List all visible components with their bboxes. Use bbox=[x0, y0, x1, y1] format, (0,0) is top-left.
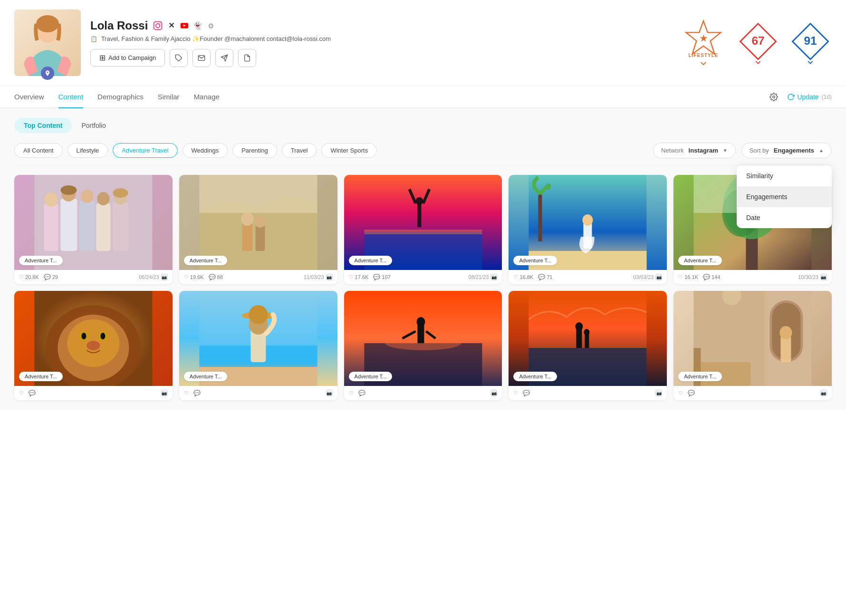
content-area: Top Content Portfolio All Content Lifest… bbox=[0, 108, 846, 410]
instagram-social-icon[interactable] bbox=[153, 20, 163, 31]
svg-point-2 bbox=[36, 15, 59, 32]
cat-winter-sports[interactable]: Winter Sports bbox=[321, 143, 377, 158]
image-card-8[interactable]: Adventure T... ♡ 💬 📷 bbox=[344, 291, 502, 400]
tiktok-social-icon[interactable]: ⊙ bbox=[206, 20, 216, 31]
sort-dropdown-menu: Similarity Engagements Date bbox=[737, 165, 832, 228]
twitter-social-icon[interactable]: ✕ bbox=[166, 20, 176, 31]
add-to-campaign-button[interactable]: ⊞ Add to Campaign bbox=[90, 49, 165, 67]
sort-chevron-icon: ▲ bbox=[819, 148, 824, 153]
image-tag-8: Adventure T... bbox=[349, 372, 393, 381]
snapchat-social-icon[interactable]: 👻 bbox=[192, 20, 203, 31]
image-thumb-8: Adventure T... bbox=[344, 291, 502, 386]
svg-rect-31 bbox=[242, 222, 252, 251]
cat-adventure-travel[interactable]: Adventure Travel bbox=[113, 143, 177, 158]
image-card-4[interactable]: Adventure T... ♡16.8K 💬71 03/03/23📷 bbox=[509, 175, 667, 284]
svg-text:★: ★ bbox=[700, 34, 708, 43]
image-thumb-2: Adventure T... bbox=[179, 175, 337, 270]
profile-info: Lola Rossi ✕ 👻 ⊙ 📋 Travel, Fashion & Fam… bbox=[90, 19, 670, 67]
image-card-6[interactable]: Adventure T... ♡ 💬 📷 bbox=[14, 291, 173, 400]
tab-manage[interactable]: Manage bbox=[194, 86, 220, 108]
svg-point-83 bbox=[780, 326, 792, 339]
avatar bbox=[14, 10, 81, 76]
image-tag-5: Adventure T... bbox=[678, 256, 722, 265]
svg-rect-32 bbox=[255, 225, 265, 251]
svg-point-77 bbox=[584, 329, 590, 336]
filters-row: All Content Lifestyle Adventure Travel W… bbox=[14, 143, 832, 165]
cat-lifestyle[interactable]: Lifestyle bbox=[67, 143, 108, 158]
image-tag-10: Adventure T... bbox=[678, 372, 722, 381]
svg-rect-17 bbox=[44, 203, 58, 251]
settings-icon[interactable] bbox=[766, 89, 781, 105]
tab-content[interactable]: Content bbox=[58, 86, 84, 108]
document-button[interactable] bbox=[238, 49, 256, 67]
image-meta-5: ♡16.1K 💬144 10/30/23📷 bbox=[673, 270, 832, 284]
image-thumb-1: Adventure T... bbox=[14, 175, 173, 270]
svg-point-71 bbox=[416, 317, 425, 327]
youtube-social-icon[interactable] bbox=[179, 20, 190, 31]
tag-button[interactable] bbox=[170, 49, 188, 67]
sort-date[interactable]: Date bbox=[737, 207, 832, 228]
sort-similarity[interactable]: Similarity bbox=[737, 165, 832, 186]
image-card-10[interactable]: Adventure T... ♡ 💬 📷 bbox=[673, 291, 832, 400]
subtab-top-content[interactable]: Top Content bbox=[14, 118, 72, 133]
date-1: 06/24/23 📷 bbox=[139, 274, 168, 280]
sort-engagements[interactable]: Engagements bbox=[737, 186, 832, 207]
svg-point-33 bbox=[241, 212, 253, 226]
network-filter[interactable]: Network Instagram ▼ bbox=[653, 143, 736, 158]
cat-all-content[interactable]: All Content bbox=[14, 143, 63, 158]
svg-rect-76 bbox=[585, 334, 589, 348]
score-badges: ★ LIFESTYLE 67 bbox=[680, 19, 832, 67]
sort-label: Sort by bbox=[750, 147, 769, 154]
svg-text:91: 91 bbox=[804, 34, 817, 47]
image-tag-9: Adventure T... bbox=[513, 372, 557, 381]
image-tag-1: Adventure T... bbox=[19, 256, 63, 265]
image-grid: Adventure T... ♡ 20.8K 💬 29 bbox=[14, 175, 832, 400]
nav-tabs: Overview Content Demographics Similar Ma… bbox=[0, 86, 846, 108]
svg-rect-70 bbox=[417, 324, 424, 343]
tab-similar[interactable]: Similar bbox=[158, 86, 180, 108]
svg-rect-74 bbox=[577, 329, 582, 348]
cat-travel[interactable]: Travel bbox=[282, 143, 317, 158]
category-tags: All Content Lifestyle Adventure Travel W… bbox=[14, 143, 377, 158]
image-thumb-6: Adventure T... bbox=[14, 291, 173, 386]
svg-point-39 bbox=[415, 197, 423, 205]
svg-point-34 bbox=[254, 215, 266, 228]
svg-point-22 bbox=[44, 192, 58, 207]
tab-demographics[interactable]: Demographics bbox=[97, 86, 144, 108]
cat-weddings[interactable]: Weddings bbox=[183, 143, 228, 158]
image-card-9[interactable]: Adventure T... ♡ 💬 📷 bbox=[509, 291, 667, 400]
likes-1: ♡ 20.8K bbox=[19, 274, 39, 280]
svg-text:67: 67 bbox=[751, 34, 764, 47]
image-tag-4: Adventure T... bbox=[513, 256, 557, 265]
svg-rect-38 bbox=[417, 203, 421, 227]
image-thumb-7: Adventure T... bbox=[179, 291, 337, 386]
sort-filter[interactable]: Sort by Engagements ▲ bbox=[741, 143, 832, 158]
image-card-1[interactable]: Adventure T... ♡ 20.8K 💬 29 bbox=[14, 175, 173, 284]
image-meta-7: ♡ 💬 📷 bbox=[179, 386, 337, 400]
image-thumb-4: Adventure T... bbox=[509, 175, 667, 270]
svg-point-5 bbox=[160, 23, 161, 24]
send-button[interactable] bbox=[215, 49, 233, 67]
svg-point-45 bbox=[583, 214, 593, 226]
svg-rect-19 bbox=[79, 201, 95, 251]
cat-parenting[interactable]: Parenting bbox=[232, 143, 277, 158]
subtab-portfolio[interactable]: Portfolio bbox=[72, 118, 115, 133]
image-meta-3: ♡17.6K 💬107 08/21/23📷 bbox=[344, 270, 502, 284]
image-card-3[interactable]: Adventure T... ♡17.6K 💬107 08/21/23📷 bbox=[344, 175, 502, 284]
image-meta-2: ♡19.6K 💬88 11/03/23📷 bbox=[179, 270, 337, 284]
profile-bio: 📋 Travel, Fashion & Family Ajaccio ✨Foun… bbox=[90, 35, 670, 42]
svg-point-27 bbox=[60, 185, 77, 195]
image-thumb-3: Adventure T... bbox=[344, 175, 502, 270]
image-card-2[interactable]: Adventure T... ♡19.6K 💬88 11/03/23📷 bbox=[179, 175, 337, 284]
svg-rect-21 bbox=[113, 202, 128, 251]
tab-overview[interactable]: Overview bbox=[14, 86, 44, 108]
svg-point-4 bbox=[156, 23, 160, 27]
image-card-7[interactable]: Adventure T... ♡ 💬 📷 bbox=[179, 291, 337, 400]
image-meta-9: ♡ 💬 📷 bbox=[509, 386, 667, 400]
svg-point-15 bbox=[772, 96, 775, 98]
red-score-badge: 67 bbox=[737, 21, 779, 64]
svg-point-28 bbox=[113, 188, 128, 198]
update-button[interactable]: Update (1d) bbox=[787, 93, 832, 101]
svg-point-58 bbox=[100, 333, 105, 339]
email-button[interactable] bbox=[192, 49, 211, 67]
